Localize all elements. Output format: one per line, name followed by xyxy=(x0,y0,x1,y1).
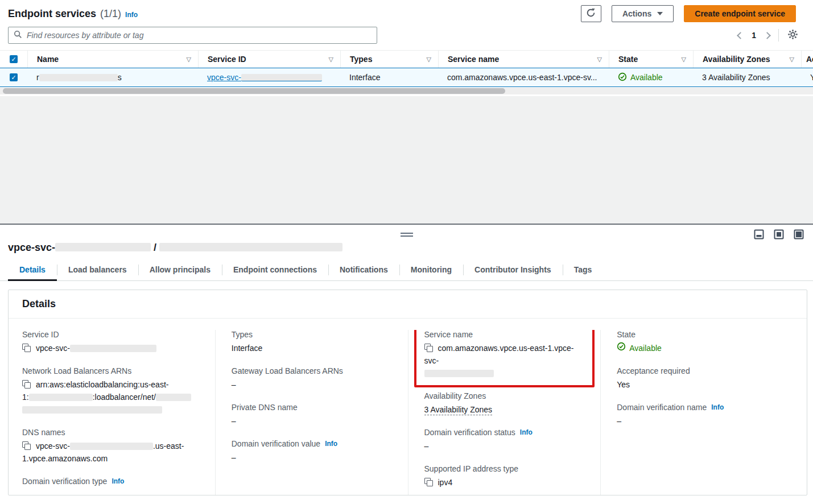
copy-icon[interactable] xyxy=(22,344,31,352)
label-text: Domain verification name xyxy=(617,403,707,412)
field-dns-names: DNS names vpce-svc-.us-east- 1.vpce.amaz… xyxy=(22,428,199,465)
field-value: vpce-svc- xyxy=(22,342,199,354)
settings-gear-icon[interactable] xyxy=(787,29,798,42)
field-value: – xyxy=(232,415,392,427)
actions-button-label: Actions xyxy=(622,9,651,18)
page-title: Endpoint services (1/1) Info xyxy=(8,8,138,20)
filter-caret-icon[interactable] xyxy=(597,56,602,63)
copy-icon[interactable] xyxy=(424,344,433,352)
caret-down-icon xyxy=(657,12,663,15)
split-panel: vpce-svc- / Details Load balancers Allow… xyxy=(0,224,813,504)
tab-details[interactable]: Details xyxy=(8,261,57,281)
field-nlb-arns: Network Load Balancers ARNs arn:aws:elas… xyxy=(22,366,199,416)
tab-tags[interactable]: Tags xyxy=(563,261,604,281)
availability-zones-popover-link[interactable]: 3 Availability Zones xyxy=(702,73,770,82)
info-link[interactable]: Info xyxy=(325,440,337,448)
service-id-text: vpce-svc- xyxy=(207,73,241,82)
cell-state: Available xyxy=(609,72,693,83)
field-types: Types Interface xyxy=(232,330,392,354)
tab-contributor-insights[interactable]: Contributor Insights xyxy=(463,261,563,281)
service-name-value: com.amazonaws.vpce.us-east-1.vpce-svc- xyxy=(424,344,574,365)
panel-full-icon[interactable] xyxy=(794,229,804,241)
tab-monitoring[interactable]: Monitoring xyxy=(399,261,463,281)
column-label: Name xyxy=(37,55,59,64)
empty-area xyxy=(0,96,813,224)
select-all-checkbox-checked-icon[interactable] xyxy=(10,55,18,63)
field-value: – xyxy=(22,489,199,495)
field-label: DNS names xyxy=(22,428,199,437)
field-value: – xyxy=(617,415,777,427)
filter-caret-icon[interactable] xyxy=(329,56,333,63)
tab-load-balancers[interactable]: Load balancers xyxy=(57,261,138,281)
filter-caret-icon[interactable] xyxy=(187,56,191,63)
row-checkbox-checked-icon[interactable] xyxy=(10,73,18,81)
availability-zones-popover-link[interactable]: 3 Availability Zones xyxy=(424,405,493,415)
ip-type-value: ipv4 xyxy=(438,478,453,487)
state-value: Available xyxy=(618,72,663,83)
actions-button[interactable]: Actions xyxy=(612,5,674,22)
copy-icon[interactable] xyxy=(22,441,31,450)
column-header-availability-zones[interactable]: Availability Zones xyxy=(693,51,801,68)
search-box[interactable] xyxy=(8,27,377,44)
field-label: Service ID xyxy=(22,330,199,339)
table-header-row: Name Service ID Types Service name State… xyxy=(0,50,813,68)
copy-icon[interactable] xyxy=(22,380,31,389)
tab-allow-principals[interactable]: Allow principals xyxy=(138,261,222,281)
column-header-service-id[interactable]: Service ID xyxy=(198,51,340,68)
drag-handle-icon[interactable] xyxy=(401,233,413,237)
panel-collapse-icon[interactable] xyxy=(754,229,764,241)
field-private-dns-name: Private DNS name – xyxy=(232,403,392,427)
title-info-link[interactable]: Info xyxy=(125,11,138,19)
service-id-link[interactable]: vpce-svc- xyxy=(207,73,322,82)
chevron-right-icon[interactable] xyxy=(764,32,771,39)
table-row[interactable]: rs vpce-svc- Interface com.amazonaws.vpc… xyxy=(0,68,813,87)
field-value: com.amazonaws.vpce.us-east-1.vpce-svc- xyxy=(424,342,585,379)
column-label: Service name xyxy=(448,55,499,64)
column-header-types[interactable]: Types xyxy=(340,51,438,68)
pagination-divider xyxy=(778,29,779,42)
field-label: Domain verification value Info xyxy=(232,439,392,448)
refresh-button[interactable] xyxy=(581,5,601,22)
create-endpoint-service-button[interactable]: Create endpoint service xyxy=(684,5,796,22)
chevron-left-icon[interactable] xyxy=(737,32,744,39)
nlb-arn-line2a: 1: xyxy=(22,393,29,402)
search-input[interactable] xyxy=(27,31,372,40)
details-card-heading: Details xyxy=(9,290,807,319)
state-value: Available xyxy=(617,342,662,354)
info-link[interactable]: Info xyxy=(112,477,124,485)
filter-caret-icon[interactable] xyxy=(790,56,794,63)
column-header-acceptance-required[interactable]: Acceptance required xyxy=(801,51,813,68)
field-domain-verification-status: Domain verification status Info – xyxy=(424,428,585,452)
label-text: Domain verification value xyxy=(232,439,320,448)
horizontal-scrollbar[interactable] xyxy=(0,88,813,94)
field-label: Domain verification name Info xyxy=(617,403,777,412)
tab-endpoint-connections[interactable]: Endpoint connections xyxy=(222,261,328,281)
copy-icon[interactable] xyxy=(424,478,433,486)
cell-availability-zones: 3 Availability Zones xyxy=(693,73,801,82)
field-label: Supported IP address type xyxy=(424,464,585,473)
name-text: r xyxy=(36,73,39,82)
panel-tabs: Details Load balancers Allow principals … xyxy=(0,261,813,281)
table-toolbar: 1 xyxy=(0,23,813,49)
info-link[interactable]: Info xyxy=(711,403,724,411)
panel-half-icon[interactable] xyxy=(774,229,784,241)
filter-caret-icon[interactable] xyxy=(427,56,431,63)
column-header-state[interactable]: State xyxy=(609,51,693,68)
field-label: Network Load Balancers ARNs xyxy=(22,366,199,375)
label-text: Domain verification status xyxy=(424,428,515,437)
state-text: Available xyxy=(630,73,663,82)
field-value: – xyxy=(424,440,585,452)
column-header-service-name[interactable]: Service name xyxy=(438,51,609,68)
nlb-arn-line2b: :loadbalancer/net/ xyxy=(93,393,156,402)
info-link[interactable]: Info xyxy=(520,428,533,436)
page-title-text: Endpoint services xyxy=(8,8,96,20)
field-availability-zones: Availability Zones 3 Availability Zones xyxy=(424,391,585,416)
tab-notifications[interactable]: Notifications xyxy=(328,261,399,281)
status-available-icon xyxy=(617,342,626,354)
redacted-value xyxy=(156,394,191,401)
field-value: – xyxy=(232,451,392,464)
filter-caret-icon[interactable] xyxy=(682,56,686,63)
horizontal-scrollbar-thumb[interactable] xyxy=(3,88,505,94)
page-number[interactable]: 1 xyxy=(752,31,756,40)
column-header-name[interactable]: Name xyxy=(27,51,198,68)
